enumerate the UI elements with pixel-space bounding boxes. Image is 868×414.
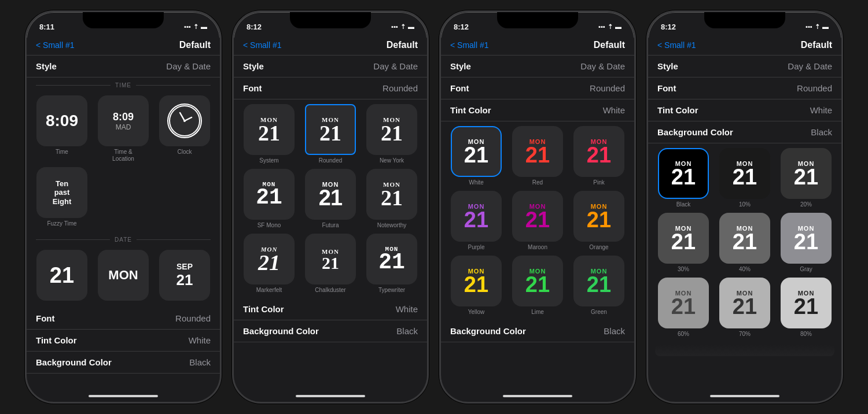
bg-item-20[interactable]: MON 21 20%	[778, 148, 834, 208]
font-item-chalkduster[interactable]: MON 21 Chalkduster	[302, 234, 359, 294]
bg-item-10[interactable]: MON 21 10%	[716, 148, 773, 208]
style-row-4[interactable]: Style Day & Date	[648, 56, 841, 77]
bg-row-1[interactable]: Background Color Black	[27, 352, 220, 374]
tint-box-pink[interactable]: MON 21	[573, 126, 624, 177]
font-box-system[interactable]: MON 21	[244, 104, 295, 155]
bg-item-gray[interactable]: MON 21 Gray	[778, 213, 834, 273]
status-time-2: 8:12	[247, 23, 262, 31]
font-box-futura[interactable]: MON 21	[305, 169, 356, 220]
tint-item-red[interactable]: MON 21 Red	[509, 126, 566, 186]
style-row-2[interactable]: Style Day & Date	[234, 56, 427, 77]
font-box-chalkduster[interactable]: MON 21	[305, 234, 356, 284]
style-row-1[interactable]: Style Day & Date	[27, 56, 220, 77]
home-indicator-4[interactable]	[710, 395, 779, 397]
bg-value-4: Black	[811, 127, 832, 137]
tint-box-red[interactable]: MON 21	[512, 126, 563, 177]
bg-box-20[interactable]: MON 21	[781, 148, 832, 199]
widget-fuzzy-time[interactable]: TenpastEight	[36, 167, 87, 218]
bg-10-label: 10%	[739, 201, 751, 208]
tint-item-pink[interactable]: MON 21 Pink	[571, 126, 627, 186]
widget-time-digital[interactable]: 8:09	[36, 95, 87, 146]
tint-box-yellow[interactable]: MON 21	[451, 256, 502, 306]
bg-box-gray[interactable]: MON 21	[781, 213, 832, 264]
font-item-newyork[interactable]: MON 21 New York	[363, 104, 420, 164]
font-item-rounded[interactable]: MON 21 Rounded	[302, 104, 359, 164]
font-row-2[interactable]: Font Rounded	[234, 77, 427, 99]
home-indicator-2[interactable]	[296, 395, 365, 397]
bg-box-80[interactable]: MON 21	[781, 278, 832, 328]
font-box-sfmono[interactable]: MON 21	[244, 169, 295, 220]
font-item-noteworthy[interactable]: MON 21 Noteworthy	[363, 169, 420, 229]
bg-item-70[interactable]: MON 21 70%	[716, 278, 773, 338]
status-icons-3: ▪▪▪ ⇡ ▬	[598, 23, 621, 31]
font-item-futura[interactable]: MON 21 Futura	[302, 169, 359, 229]
tint-row-4[interactable]: Tint Color White	[648, 99, 841, 121]
tint-item-green[interactable]: MON 21 Green	[571, 256, 627, 316]
tint-box-white[interactable]: MON 21	[451, 126, 502, 177]
bg-box-30[interactable]: MON 21	[658, 213, 709, 264]
bg-box-black[interactable]: MON 21	[658, 148, 709, 199]
bg-box-40[interactable]: MON 21	[719, 213, 770, 264]
font-box-rounded[interactable]: MON 21	[305, 104, 356, 155]
bg-box-70[interactable]: MON 21	[719, 278, 770, 328]
bg-row-3[interactable]: Background Color Black	[441, 320, 634, 342]
tint-box-purple[interactable]: MON 21	[451, 191, 502, 242]
time-section-text: TIME	[111, 82, 136, 88]
font-value-1: Rounded	[175, 313, 211, 323]
tint-box-lime[interactable]: MON 21	[512, 256, 563, 306]
font-row-1[interactable]: Font Rounded	[27, 308, 220, 330]
bg-item-40[interactable]: MON 21 40%	[716, 213, 773, 273]
font-box-noteworthy[interactable]: MON 21	[366, 169, 417, 220]
widget-item-time[interactable]: 8:09 Time	[34, 95, 90, 162]
tint-row-2[interactable]: Tint Color White	[234, 298, 427, 320]
bg-item-black[interactable]: MON 21 Black	[655, 148, 712, 208]
widget-mon[interactable]: MON	[98, 250, 149, 301]
tint-item-purple[interactable]: MON 21 Purple	[448, 191, 505, 251]
font-item-system[interactable]: MON 21 System	[241, 104, 297, 164]
font-row-3[interactable]: Font Rounded	[441, 77, 634, 99]
font-item-sfmono[interactable]: MON 21 SF Mono	[241, 169, 297, 229]
widget-date-num[interactable]: 21	[36, 250, 87, 301]
bg-row-4[interactable]: Background Color Black	[648, 121, 841, 143]
tint-item-white[interactable]: MON 21 White	[448, 126, 505, 186]
nav-back-4[interactable]: < Small #1	[657, 40, 696, 50]
nav-back-1[interactable]: < Small #1	[36, 40, 75, 50]
widget-item-mon[interactable]: MON	[95, 250, 152, 303]
font-box-newyork[interactable]: MON 21	[366, 104, 417, 155]
home-indicator-3[interactable]	[503, 395, 572, 397]
bg-box-60[interactable]: MON 21	[658, 278, 709, 328]
tint-box-green[interactable]: MON 21	[573, 256, 624, 306]
font-item-typewriter[interactable]: MON 21 Typewriter	[363, 234, 420, 294]
style-row-3[interactable]: Style Day & Date	[441, 56, 634, 77]
bg-box-10[interactable]: MON 21	[719, 148, 770, 199]
widget-item-date-num[interactable]: 21	[34, 250, 90, 303]
font-item-markerfelt[interactable]: MON 21 Markerfelt	[241, 234, 297, 294]
widget-sep[interactable]: SEP 21	[159, 250, 210, 301]
tint-item-orange[interactable]: MON 21 Orange	[571, 191, 627, 251]
widget-item-clock[interactable]: Clock	[156, 95, 213, 162]
tint-item-maroon[interactable]: MON 21 Maroon	[509, 191, 566, 251]
bg-item-80[interactable]: MON 21 80%	[778, 278, 834, 338]
widget-time-location[interactable]: 8:09 MAD	[98, 95, 149, 146]
tint-box-orange[interactable]: MON 21	[573, 191, 624, 242]
tint-item-yellow[interactable]: MON 21 Yellow	[448, 256, 505, 316]
bg-row-2[interactable]: Background Color Black	[234, 320, 427, 342]
font-row-4[interactable]: Font Rounded	[648, 77, 841, 99]
tint-row-3[interactable]: Tint Color White	[441, 99, 634, 121]
nav-back-2[interactable]: < Small #1	[243, 40, 282, 50]
tint-item-lime[interactable]: MON 21 Lime	[509, 256, 566, 316]
widget-item-fuzzy[interactable]: TenpastEight Fuzzy Time	[34, 167, 90, 227]
bg-gray-label: Gray	[800, 266, 812, 273]
nav-back-3[interactable]: < Small #1	[450, 40, 489, 50]
font-box-markerfelt[interactable]: MON 21	[244, 234, 295, 284]
font-box-typewriter[interactable]: MON 21	[366, 234, 417, 284]
widget-item-time-location[interactable]: 8:09 MAD Time &Location	[95, 95, 152, 162]
clock-svg	[168, 105, 201, 137]
widget-item-sep[interactable]: SEP 21	[156, 250, 213, 303]
widget-clock[interactable]	[159, 95, 210, 146]
tint-box-maroon[interactable]: MON 21	[512, 191, 563, 242]
tint-row-1[interactable]: Tint Color White	[27, 330, 220, 352]
home-indicator-1[interactable]	[89, 395, 158, 397]
bg-item-30[interactable]: MON 21 30%	[655, 213, 712, 273]
bg-item-60[interactable]: MON 21 60%	[655, 278, 712, 338]
